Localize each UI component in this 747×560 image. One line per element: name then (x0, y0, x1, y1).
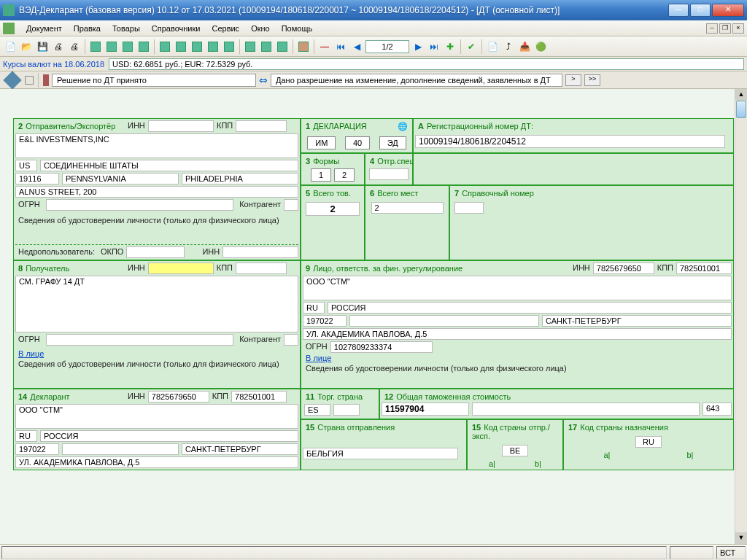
tool-g5[interactable] (158, 39, 172, 54)
mdi-close-button[interactable]: × (732, 23, 744, 34)
maximize-button[interactable]: □ (690, 4, 711, 17)
tool-g7[interactable] (190, 39, 204, 54)
box8-name[interactable]: СМ. ГРАФУ 14 ДТ (15, 276, 298, 332)
menu-service[interactable]: Сервис (206, 23, 245, 34)
box12-value[interactable]: 11597904 (382, 402, 469, 416)
box9-region[interactable] (349, 315, 539, 327)
tool-e4[interactable]: 🟢 (533, 39, 548, 54)
box14-kpp[interactable]: 782501001 (231, 391, 287, 402)
prev-button[interactable] (349, 39, 364, 54)
box3-a[interactable]: 1 (311, 168, 331, 182)
box3-b[interactable]: 2 (334, 168, 355, 182)
tool-g12[interactable] (275, 39, 290, 54)
status-nav-last[interactable]: >> (584, 74, 600, 86)
close-button[interactable]: ✕ (712, 4, 744, 17)
box2-inn2-field[interactable] (222, 246, 298, 258)
box1-40[interactable]: 40 (345, 136, 370, 149)
status-nav-next[interactable]: > (565, 74, 581, 86)
box9-inn[interactable]: 7825679650 (593, 262, 654, 274)
box17a-value[interactable]: RU (635, 436, 662, 448)
box2-okpo-field[interactable] (126, 246, 185, 258)
box14-inn[interactable]: 7825679650 (148, 391, 209, 402)
box9-city[interactable]: САНКТ-ПЕТЕРБУРГ (542, 315, 732, 327)
box9-street[interactable]: УЛ. АКАДЕМИКА ПАВЛОВА, Д.5 (303, 328, 732, 340)
box8-inn-field[interactable] (148, 262, 214, 274)
tool-g11[interactable] (259, 39, 274, 54)
box2-contr-field[interactable] (284, 199, 298, 211)
box2-inn-field[interactable] (148, 120, 214, 132)
box2-city[interactable]: PHILADELPHIA (182, 173, 298, 184)
box2-ogrn-field[interactable] (46, 199, 233, 211)
rates-link[interactable]: Курсы валют на 18.06.2018 (3, 60, 104, 69)
print-button[interactable] (51, 39, 66, 54)
tool-g4[interactable] (136, 39, 151, 54)
box9-cc[interactable]: RU (303, 302, 325, 314)
tool-e1[interactable]: 📄 (485, 39, 500, 54)
tool-e2[interactable]: ⤴ (501, 39, 516, 54)
box8-ogrn-field[interactable] (46, 334, 233, 346)
box5-value[interactable]: 2 (306, 202, 360, 216)
box14-region[interactable] (62, 443, 179, 455)
box9-kpp[interactable]: 782501001 (676, 262, 732, 274)
add-button[interactable] (443, 39, 457, 54)
next-button[interactable] (411, 39, 425, 54)
box11-extra[interactable] (333, 404, 360, 416)
box2-street[interactable]: ALNUS STREET, 200 (15, 186, 298, 198)
mdi-minimize-button[interactable]: – (706, 23, 718, 34)
print2-button[interactable] (67, 39, 82, 54)
check-button[interactable] (464, 39, 479, 54)
first-button[interactable] (333, 39, 348, 54)
last-button[interactable] (427, 39, 441, 54)
menu-document[interactable]: Документ (20, 23, 68, 34)
box2-region[interactable]: PENNSYLVANIA (62, 173, 179, 184)
permission-field[interactable]: Дано разрешение на изменение, дополнение… (271, 74, 562, 87)
open-button[interactable] (19, 39, 34, 54)
tool-g9[interactable] (222, 39, 236, 54)
scroll-up-icon[interactable]: ▲ (735, 89, 747, 101)
menu-help[interactable]: Помощь (276, 23, 319, 34)
box8-contr-field[interactable] (284, 334, 298, 346)
tool-g10[interactable] (243, 39, 258, 54)
box2-country[interactable]: СОЕДИНЕННЫЕ ШТАТЫ (40, 160, 298, 171)
box14-country[interactable]: РОССИЯ (40, 430, 298, 442)
box2-zip[interactable]: 19116 (15, 173, 59, 184)
tool-g3[interactable] (120, 39, 135, 54)
menu-edit[interactable]: Правка (68, 23, 107, 34)
tool-e3[interactable]: 📥 (517, 39, 532, 54)
box6-value[interactable]: 2 (371, 202, 444, 214)
minimize-button[interactable]: — (668, 4, 689, 17)
box8-kpp-field[interactable] (236, 262, 287, 274)
menu-window[interactable]: Окно (245, 23, 276, 34)
tool-g2[interactable] (104, 39, 119, 54)
box1-ed[interactable]: ЭД (379, 136, 406, 149)
box9-ogrn[interactable]: 1027809233374 (330, 341, 433, 353)
box2-country-code[interactable]: US (15, 160, 37, 171)
box12-code[interactable]: 643 (703, 402, 732, 416)
box9-vlitse-link[interactable]: В лице (303, 353, 732, 363)
box7-field[interactable] (454, 202, 484, 214)
box15-value[interactable]: БЕЛЬГИЯ (303, 448, 458, 459)
mdi-restore-button[interactable]: ❐ (719, 23, 731, 34)
pager-input[interactable] (365, 40, 409, 53)
box2-name-field[interactable]: E&L INVESTMENTS,INC (15, 133, 298, 158)
box9-name[interactable]: ООО "СТМ" (303, 276, 732, 300)
box9-country[interactable]: РОССИЯ (328, 302, 732, 314)
save-button[interactable] (35, 39, 50, 54)
box9-zip[interactable]: 197022 (303, 315, 347, 327)
menu-directories[interactable]: Справочники (146, 23, 206, 34)
box2-kpp-field[interactable] (236, 120, 287, 132)
box11-value[interactable]: ES (304, 404, 330, 416)
box14-zip[interactable]: 197022 (15, 443, 59, 455)
delete-button[interactable] (317, 39, 332, 54)
scroll-down-icon[interactable]: ▼ (735, 532, 747, 544)
box15a-value[interactable]: BE (502, 445, 528, 456)
new-button[interactable] (3, 39, 18, 54)
box4-field[interactable] (369, 168, 409, 180)
box14-cc[interactable]: RU (15, 430, 37, 442)
box14-street[interactable]: УЛ. АКАДЕМИКА ПАВЛОВА, Д.5 (15, 456, 298, 468)
box8-vlitse-link[interactable]: В лице (15, 349, 298, 359)
box14-name[interactable]: ООО "СТМ" (15, 404, 298, 429)
scroll-thumb[interactable] (736, 101, 746, 118)
decision-field[interactable]: Решение по ДТ принято (52, 74, 256, 87)
menu-goods[interactable]: Товары (107, 23, 146, 34)
